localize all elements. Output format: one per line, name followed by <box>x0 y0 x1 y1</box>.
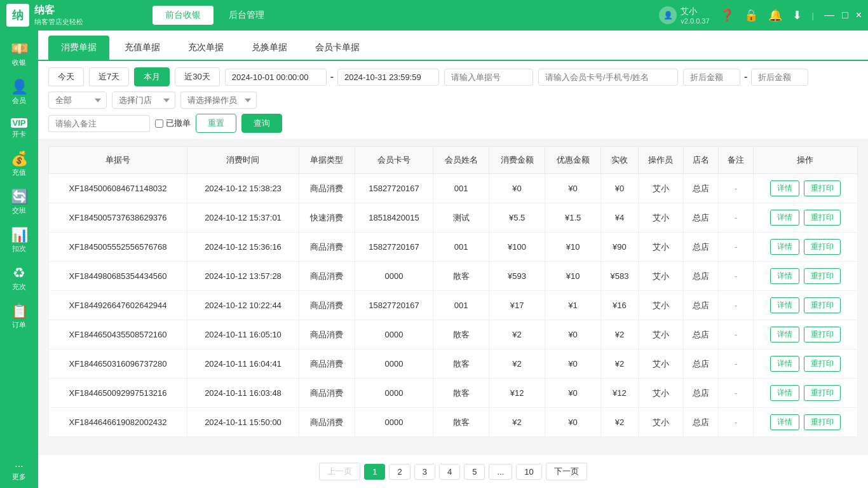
sidebar-item-member[interactable]: 👤 会员 <box>0 74 38 112</box>
logo-area: 纳 纳客 纳客管店史轻松 <box>6 4 146 27</box>
amount-start-input[interactable] <box>683 69 740 86</box>
date-btn-month[interactable]: 本月 <box>134 67 170 86</box>
minimize-button[interactable]: — <box>824 10 834 21</box>
sidebar-item-recharge[interactable]: 💰 充值 <box>0 146 38 184</box>
tab-exchange[interactable]: 兑换单据 <box>239 36 300 60</box>
date-btn-today[interactable]: 今天 <box>48 67 84 86</box>
cell-time: 2024-10-11 16:03:48 <box>187 379 299 408</box>
detail-button[interactable]: 详情 <box>770 180 799 196</box>
tab-consumption[interactable]: 消费单据 <box>48 36 109 60</box>
reprint-button[interactable]: 重打印 <box>804 297 841 313</box>
prev-page-button[interactable]: 上一页 <box>319 463 360 480</box>
cell-actions: 详情 重打印 <box>753 379 857 408</box>
type-select[interactable]: 全部 商品消费 快速消费 <box>48 92 107 109</box>
cell-amount: ¥5.5 <box>489 203 545 233</box>
sidebar-item-order[interactable]: 📋 订单 <box>0 298 38 336</box>
member-search-input[interactable] <box>538 69 678 86</box>
main-layout: 💴 收银 👤 会员 VIP 开卡 💰 充值 🔄 交班 📊 扣次 ♻ 充次 📋 <box>0 30 868 488</box>
table-row: XF1844646619082002432 2024-10-11 15:50:0… <box>49 408 858 437</box>
sidebar-item-deduct[interactable]: 📊 扣次 <box>0 222 38 260</box>
tab-recharge[interactable]: 充值单据 <box>112 36 173 60</box>
detail-button[interactable]: 详情 <box>770 268 799 284</box>
detail-button[interactable]: 详情 <box>770 239 799 255</box>
reprint-button[interactable]: 重打印 <box>804 327 841 342</box>
date-start-input[interactable] <box>225 69 327 86</box>
operator-select[interactable]: 请选择操作员 <box>180 92 257 109</box>
detail-button[interactable]: 详情 <box>770 414 799 430</box>
detail-button[interactable]: 详情 <box>770 210 799 226</box>
cell-member: 测试 <box>433 203 489 233</box>
reset-button[interactable]: 重置 <box>196 114 236 133</box>
detail-button[interactable]: 详情 <box>770 356 799 372</box>
cell-member: 散客 <box>433 262 489 291</box>
cell-member: 散客 <box>433 379 489 408</box>
col-member-name: 会员姓名 <box>433 147 489 174</box>
cell-actions: 详情 重打印 <box>753 203 857 233</box>
detail-button[interactable]: 详情 <box>770 327 799 342</box>
page-btn-3[interactable]: 3 <box>414 464 435 480</box>
date-btn-7days[interactable]: 近7天 <box>89 67 129 86</box>
cell-time: 2024-10-11 16:05:10 <box>187 320 299 349</box>
note-input[interactable] <box>48 115 150 132</box>
cell-actions: 详情 重打印 <box>753 349 857 379</box>
download-icon[interactable]: ⬇ <box>792 8 802 22</box>
query-button[interactable]: 查询 <box>241 114 282 133</box>
reprint-button[interactable]: 重打印 <box>804 180 841 196</box>
col-store: 店名 <box>684 147 719 174</box>
cell-actual: ¥2 <box>601 320 639 349</box>
cell-time: 2024-10-12 15:37:01 <box>187 203 299 233</box>
sidebar-more[interactable]: ··· 更多 <box>0 454 38 488</box>
page-btn-ellipsis: ... <box>489 464 512 480</box>
reprint-button[interactable]: 重打印 <box>804 268 841 284</box>
cell-actual: ¥4 <box>601 203 639 233</box>
sidebar-item-shift[interactable]: 🔄 交班 <box>0 184 38 222</box>
date-end-input[interactable] <box>337 69 439 86</box>
col-type: 单据类型 <box>299 147 355 174</box>
store-select[interactable]: 选择门店 <box>112 92 175 109</box>
nav-tab-cashier[interactable]: 前台收银 <box>153 6 214 25</box>
order-no-input[interactable] <box>444 69 533 86</box>
amount-range: - <box>683 69 808 86</box>
maximize-button[interactable]: □ <box>842 10 848 21</box>
page-btn-2[interactable]: 2 <box>389 464 410 480</box>
cell-store: 总店 <box>684 174 719 203</box>
bell-icon[interactable]: 🔔 <box>768 8 782 22</box>
detail-button[interactable]: 详情 <box>770 297 799 313</box>
cell-member: 散客 <box>433 320 489 349</box>
close-button[interactable]: × <box>856 10 862 21</box>
titlebar: 纳 纳客 纳客管店史轻松 前台收银 后台管理 👤 艾小 v2.0.0.37 ❓ … <box>0 0 868 30</box>
cell-order-no: XF1844650435508572160 <box>49 320 187 349</box>
sidebar-item-cashier[interactable]: 💴 收银 <box>0 36 38 74</box>
page-btn-4[interactable]: 4 <box>439 464 460 480</box>
page-btn-1[interactable]: 1 <box>364 464 385 480</box>
page-btn-10[interactable]: 10 <box>516 464 541 480</box>
tab-membership[interactable]: 会员卡单据 <box>302 36 372 60</box>
cell-order-no: XF1845005737638629376 <box>49 203 187 233</box>
nav-tab-backend[interactable]: 后台管理 <box>216 6 277 25</box>
date-btn-30days[interactable]: 近30天 <box>175 67 219 86</box>
tab-recharge-count[interactable]: 充次单据 <box>175 36 236 60</box>
revoked-checkbox[interactable] <box>155 119 163 128</box>
col-operator: 操作员 <box>638 147 683 174</box>
reprint-button[interactable]: 重打印 <box>804 385 841 401</box>
table-row: XF1844650316096737280 2024-10-11 16:04:4… <box>49 349 858 379</box>
revoked-checkbox-label[interactable]: 已撤单 <box>155 118 191 129</box>
cell-actions: 详情 重打印 <box>753 320 857 349</box>
page-btn-5[interactable]: 5 <box>464 464 485 480</box>
sidebar-item-vip[interactable]: VIP 开卡 <box>0 112 38 146</box>
amount-end-input[interactable] <box>751 69 808 86</box>
cell-operator: 艾小 <box>638 262 683 291</box>
col-time: 消费时间 <box>187 147 299 174</box>
next-page-button[interactable]: 下一页 <box>546 463 587 480</box>
detail-button[interactable]: 详情 <box>770 385 799 401</box>
cell-actual: ¥583 <box>601 262 639 291</box>
reprint-button[interactable]: 重打印 <box>804 239 841 255</box>
cell-type: 商品消费 <box>299 291 355 320</box>
help-icon[interactable]: ❓ <box>720 8 734 22</box>
reprint-button[interactable]: 重打印 <box>804 210 841 226</box>
sidebar-item-refill[interactable]: ♻ 充次 <box>0 260 38 298</box>
cell-actions: 详情 重打印 <box>753 174 857 203</box>
reprint-button[interactable]: 重打印 <box>804 356 841 372</box>
reprint-button[interactable]: 重打印 <box>804 414 841 430</box>
lock-icon[interactable]: 🔒 <box>744 8 758 22</box>
